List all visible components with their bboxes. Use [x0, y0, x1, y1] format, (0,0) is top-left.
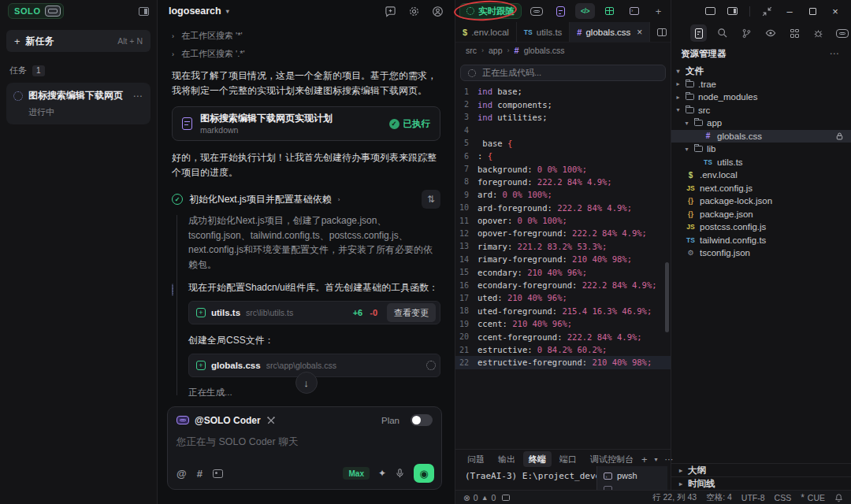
ai-chat-view-button[interactable] [834, 24, 851, 42]
code-line[interactable]: 22estructive-foreground: 210 40% 98%; [455, 356, 671, 369]
tree-item-node_modules[interactable]: ▸node_modules [671, 91, 851, 104]
code-line[interactable]: 21estructive: 0 84.2% 60.2%; [455, 343, 671, 356]
panel-layout-icon[interactable] [727, 7, 738, 15]
tree-item-package.json[interactable]: {}package.json [671, 208, 851, 221]
context-hash-icon[interactable]: # [197, 468, 203, 480]
attach-image-icon[interactable] [213, 469, 223, 478]
panel-more-icon[interactable]: ⋯ [665, 454, 675, 465]
table-view-button[interactable] [600, 3, 619, 19]
chat-input-card[interactable]: @SOLO Coder Plan 您正在与 SOLO Coder 聊天 @ # … [167, 406, 442, 490]
send-button[interactable]: ◉ [414, 464, 434, 483]
explorer-more-icon[interactable]: ⋯ [830, 48, 841, 59]
enhance-sparkle-icon[interactable]: ✦ [378, 468, 386, 479]
code-line[interactable]: 11opover: 0 0% 100%; [455, 214, 671, 227]
cue-status[interactable]: *CUE [801, 492, 825, 503]
code-line[interactable]: 15econdary: 210 40% 96%; [455, 265, 671, 278]
panel-tab-问题[interactable]: 问题 [462, 451, 490, 467]
tree-item-utils.ts[interactable]: TSutils.ts [671, 156, 851, 169]
code-line[interactable]: 5 base { [455, 137, 671, 150]
task-list-item[interactable]: 图标搜索编辑下载网页 ⋯ 进行中 [6, 83, 151, 124]
code-line[interactable]: 7background: 0 0% 100%; [455, 162, 671, 175]
code-line[interactable]: 13rimary: 221.2 83.2% 53.3%; [455, 240, 671, 253]
terminal-view-button[interactable]: › [624, 3, 644, 19]
explorer-view-button[interactable] [690, 24, 707, 42]
plan-document-card[interactable]: 图标搜索编辑下载网页实现计划 markdown ✓ 已执行 [172, 106, 440, 141]
tree-item-next.config.js[interactable]: JSnext.config.js [671, 182, 851, 195]
plan-toggle[interactable] [411, 414, 433, 426]
code-line[interactable]: 14rimary-foreground: 210 40% 98%; [455, 253, 671, 265]
unfold-button[interactable]: ⇅ [422, 190, 440, 209]
microphone-icon[interactable] [395, 468, 405, 479]
account-icon[interactable] [432, 6, 444, 17]
tree-item-lib[interactable]: ▾lib [671, 143, 851, 156]
monitor-layout-icon[interactable] [705, 7, 715, 15]
code-line[interactable]: 1ind base; [455, 85, 671, 98]
split-editor-icon[interactable] [657, 28, 667, 36]
terminal-dropdown-icon[interactable]: ▾ [655, 456, 658, 463]
cursor-position[interactable]: 行 22, 列 43 [652, 492, 697, 503]
restore-arrows-icon[interactable] [762, 6, 772, 17]
agent-view-button[interactable] [526, 3, 546, 19]
tree-section-files[interactable]: ▾文件 [671, 65, 851, 78]
editor-tab-.env.local[interactable]: $.env.local [455, 22, 517, 42]
breadcrumb-file[interactable]: globals.css [524, 46, 565, 55]
code-line[interactable]: 16econdary-foreground: 222.2 84% 4.9%; [455, 279, 671, 291]
breadcrumb-app[interactable]: app [489, 46, 503, 55]
solo-brand-badge[interactable]: SOLO [8, 3, 64, 19]
encoding[interactable]: UTF-8 [741, 493, 765, 502]
panel-tab-终端[interactable]: 终端 [523, 451, 552, 467]
code-line[interactable]: 4 [455, 124, 671, 136]
code-line[interactable]: 18uted-foreground: 215.4 16.3% 46.9%; [455, 305, 671, 317]
code-line[interactable]: 6: { [455, 150, 671, 162]
code-line[interactable]: 3ind utilities; [455, 111, 671, 124]
new-task-button[interactable]: + 新任务 Alt + N [6, 30, 151, 52]
new-chat-icon[interactable] [385, 6, 396, 17]
panel-tab-输出[interactable]: 输出 [492, 451, 521, 467]
bell-icon[interactable] [834, 493, 843, 502]
maximize-button[interactable] [807, 6, 818, 17]
mention-icon[interactable]: @ [177, 468, 187, 480]
settings-gear-icon[interactable] [408, 6, 420, 17]
shell-item-pwsh[interactable]: › pwsh [604, 471, 661, 480]
document-view-button[interactable] [551, 3, 570, 19]
extensions-view-button[interactable] [786, 24, 803, 42]
code-view-button[interactable]: </> [575, 3, 595, 19]
code-line[interactable]: 12opover-foreground: 222.2 84% 4.9%; [455, 227, 671, 239]
tools-icon[interactable] [266, 416, 276, 425]
code-line[interactable]: 10ard-foreground: 222.2 84% 4.9%; [455, 202, 671, 214]
tree-item-tailwind.config.ts[interactable]: TStailwind.config.ts [671, 234, 851, 247]
debug-view-button[interactable] [810, 24, 827, 42]
tree-item-package-lock.json[interactable]: {}package-lock.json [671, 195, 851, 208]
collapse-sidebar-icon[interactable] [139, 7, 149, 16]
tree-item-.env.local[interactable]: $.env.local [671, 169, 851, 182]
scroll-to-bottom-button[interactable]: ↓ [295, 372, 318, 394]
tree-item-globals.css[interactable]: #globals.css [671, 130, 851, 143]
shell-item-partial[interactable] [604, 486, 661, 490]
code-line[interactable]: 9ard: 0 0% 100%; [455, 188, 671, 201]
timeline-section[interactable]: ▸时间线 [671, 476, 851, 490]
language-mode[interactable]: CSS [775, 493, 792, 502]
watch-view-button[interactable] [762, 24, 779, 42]
project-switcher[interactable]: logosearch ▾ [169, 6, 229, 17]
tree-item-postcss.config.js[interactable]: JSpostcss.config.js [671, 220, 851, 234]
collapsed-step[interactable]: ›在工作区搜索 '.*' [172, 45, 440, 63]
close-tab-icon[interactable]: × [637, 27, 642, 38]
add-view-button[interactable]: + [648, 3, 668, 19]
tree-item-src[interactable]: ▾src [671, 104, 851, 117]
code-line[interactable]: 8foreground: 222.2 84% 4.9%; [455, 176, 671, 188]
breadcrumb-src[interactable]: src [466, 46, 477, 55]
code-line[interactable]: 20ccent-foreground: 222.2 84% 4.9%; [455, 330, 671, 343]
editor-tab-utils.ts[interactable]: TSutils.ts [517, 22, 570, 42]
close-button[interactable]: × [830, 6, 841, 17]
panel-tab-调试控制台[interactable]: 调试控制台 [585, 451, 639, 467]
search-view-button[interactable] [714, 24, 730, 42]
collapsed-step[interactable]: ›在工作区搜索 '*' [172, 27, 440, 45]
live-follow-button[interactable]: 实时跟随 [459, 3, 522, 19]
tree-item-.trae[interactable]: ▸.trae [671, 78, 851, 91]
code-editor[interactable]: 正在生成代码... 1ind base;2ind components;3ind… [455, 58, 671, 449]
source-control-button[interactable] [738, 24, 755, 42]
breadcrumb[interactable]: src› app› # globals.css [455, 43, 671, 58]
editor-tab-globals.css[interactable]: #globals.css× [570, 22, 650, 42]
file-change-card-utils[interactable]: + utils.ts src\lib\utils.ts +6 -0 查看变更 [188, 301, 440, 324]
outline-section[interactable]: ▸大纲 [671, 463, 851, 476]
